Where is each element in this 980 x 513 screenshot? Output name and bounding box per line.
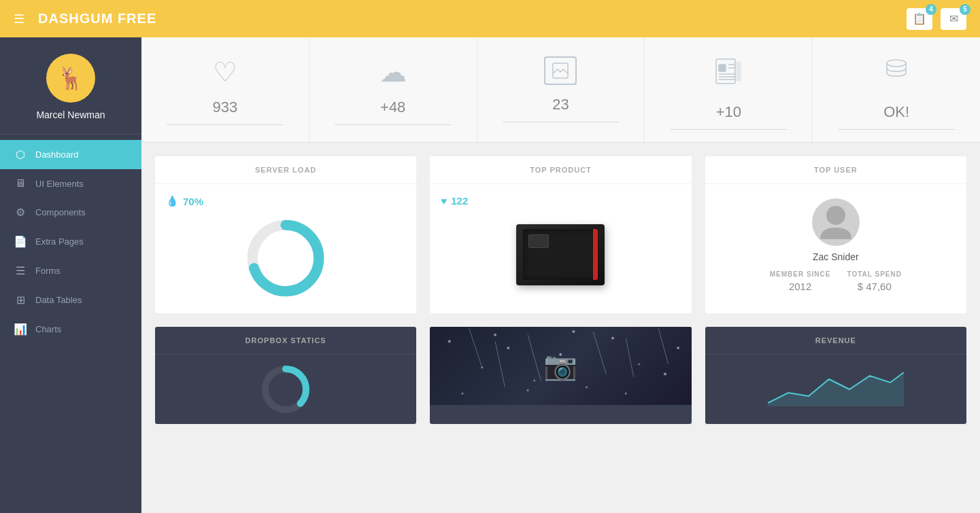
sidebar-item-label: Forms — [35, 266, 61, 276]
page-icon: 📄 — [14, 235, 27, 248]
svg-line-35 — [626, 338, 635, 378]
sidebar-item-extra-pages[interactable]: 📄 Extra Pages — [0, 227, 141, 256]
bottom-row: DROPBOX STATICS — [155, 327, 966, 424]
stats-row: ♡ 933 ☁ +48 23 — [141, 37, 980, 143]
total-spend-stat: TOTAL SPEND $ 47,60 — [847, 270, 901, 292]
charts-icon: 📊 — [14, 323, 27, 336]
sidebar-item-label: UI Elements — [35, 179, 84, 189]
topbar-actions: 📋 4 ✉ 5 — [907, 8, 966, 30]
user-avatar — [812, 198, 860, 246]
svg-point-25 — [494, 334, 496, 336]
server-load-label: 💧 70% — [166, 195, 203, 207]
stat-value-cloud: +48 — [380, 99, 405, 116]
svg-point-15 — [449, 340, 451, 342]
donut-chart — [241, 214, 330, 302]
top-product-body: ♥ 122 — [430, 184, 691, 306]
top-user-title: TOP USER — [705, 156, 966, 184]
svg-point-26 — [527, 390, 528, 391]
svg-line-32 — [594, 332, 607, 374]
heart-icon: ♡ — [213, 56, 237, 88]
top-product-title: TOP PRODUCT — [430, 156, 691, 184]
server-load-title: SERVER LOAD — [155, 156, 416, 184]
main-content: ♡ 933 ☁ +48 23 — [141, 37, 980, 513]
dropbox-card-body — [155, 355, 416, 424]
total-spend-label: TOTAL SPEND — [847, 270, 901, 278]
instagram-icon: 📷 — [543, 350, 577, 382]
cloud-icon: ☁ — [379, 56, 407, 88]
product-like-label: ♥ 122 — [441, 195, 468, 207]
sidebar-username: Marcel Newman — [36, 109, 105, 120]
cards-row: SERVER LOAD 💧 70% TOP PRODU — [155, 156, 966, 313]
notifications-button[interactable]: ✉ 5 — [941, 8, 966, 30]
svg-point-17 — [507, 347, 509, 349]
sidebar-item-ui-elements[interactable]: 🖥 UI Elements — [0, 169, 141, 198]
stat-value-news: +10 — [716, 103, 741, 121]
gear-icon: ⚙ — [14, 206, 27, 219]
server-load-card: SERVER LOAD 💧 70% — [155, 156, 416, 313]
stat-divider — [503, 122, 619, 122]
sidebar-item-label: Charts — [35, 324, 61, 334]
stat-divider — [335, 124, 451, 125]
dropbox-card: DROPBOX STATICS — [155, 327, 416, 424]
member-since-value: 2012 — [770, 281, 831, 292]
dropbox-card-title: DROPBOX STATICS — [155, 327, 416, 355]
stat-divider — [839, 129, 955, 130]
stat-value-db: OK! — [883, 103, 909, 121]
sidebar: 🦌 Marcel Newman ⬡ Dashboard 🖥 UI Element… — [0, 37, 141, 513]
stat-item-news: +10 — [645, 37, 813, 142]
monitor-icon: 🖥 — [14, 177, 27, 190]
stat-divider — [167, 124, 283, 125]
heart-filled-icon: ♥ — [441, 195, 447, 207]
svg-point-28 — [626, 393, 627, 394]
svg-rect-0 — [553, 63, 568, 78]
avatar-icon: 🦌 — [57, 65, 84, 91]
messages-badge: 4 — [926, 4, 936, 15]
total-spend-value: $ 47,60 — [847, 281, 901, 292]
layout: 🦌 Marcel Newman ⬡ Dashboard 🖥 UI Element… — [0, 37, 980, 513]
stat-item-likes: ♡ 933 — [141, 37, 309, 142]
member-since-label: MEMBER SINCE — [770, 270, 831, 278]
topbar: ☰ DASHGUM FREE 📋 4 ✉ 5 — [0, 0, 980, 37]
svg-point-27 — [573, 331, 575, 333]
stat-item-inbox: 23 — [477, 37, 645, 142]
top-product-card: TOP PRODUCT ♥ 122 — [430, 156, 691, 313]
member-since-stat: MEMBER SINCE 2012 — [770, 270, 831, 292]
product-image — [516, 224, 605, 285]
clipboard-icon: 📋 — [913, 12, 926, 25]
sidebar-item-dashboard[interactable]: ⬡ Dashboard — [0, 140, 141, 169]
sidebar-item-charts[interactable]: 📊 Charts — [0, 315, 141, 344]
sidebar-item-label: Extra Pages — [35, 236, 84, 247]
svg-rect-2 — [719, 65, 726, 71]
stat-value-likes: 933 — [213, 99, 238, 116]
top-user-body: Zac Snider MEMBER SINCE 2012 TOTAL SPEND… — [705, 184, 966, 306]
svg-point-29 — [677, 347, 679, 349]
sidebar-item-data-tables[interactable]: ⊞ Data Tables — [0, 285, 141, 315]
sidebar-item-components[interactable]: ⚙ Components — [0, 198, 141, 227]
menu-icon[interactable]: ☰ — [14, 12, 24, 26]
sidebar-item-forms[interactable]: ☰ Forms — [0, 256, 141, 285]
stat-value-inbox: 23 — [552, 96, 569, 113]
svg-point-20 — [586, 387, 588, 388]
news-icon — [713, 56, 743, 92]
user-stats: MEMBER SINCE 2012 TOTAL SPEND $ 47,60 — [716, 270, 956, 292]
revenue-card-body — [705, 355, 966, 417]
messages-button[interactable]: 📋 4 — [907, 8, 932, 30]
table-icon: ⊞ — [14, 294, 27, 306]
svg-line-34 — [495, 341, 505, 387]
svg-point-22 — [639, 364, 640, 365]
svg-point-18 — [534, 380, 535, 381]
user-name: Zac Snider — [813, 251, 859, 262]
stat-item-cloud: ☁ +48 — [309, 37, 477, 142]
photo-card: 📷 — [430, 327, 691, 424]
dashboard-icon: ⬡ — [14, 148, 27, 161]
server-load-body: 💧 70% — [155, 184, 416, 313]
svg-point-24 — [462, 393, 463, 394]
sidebar-profile: 🦌 Marcel Newman — [0, 37, 141, 135]
svg-point-21 — [612, 337, 614, 339]
list-icon: ☰ — [14, 264, 27, 277]
sidebar-item-label: Components — [35, 207, 86, 217]
mail-icon: ✉ — [949, 12, 958, 25]
svg-line-33 — [659, 328, 669, 364]
avatar: 🦌 — [46, 54, 95, 103]
sidebar-item-label: Dashboard — [35, 149, 79, 160]
